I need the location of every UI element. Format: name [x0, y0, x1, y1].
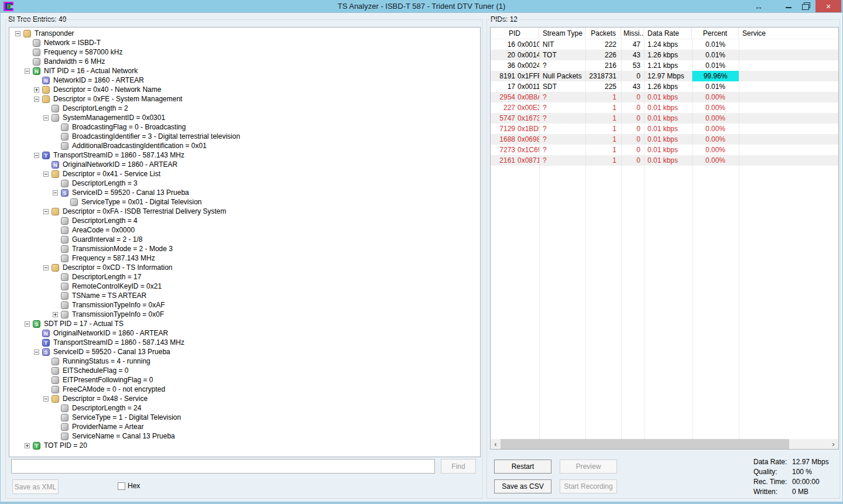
tree-item[interactable]: RunningStatus = 4 - running [9, 356, 480, 366]
tree-toggle-minus-icon[interactable] [15, 31, 20, 36]
tree-item[interactable]: ProviderName = Artear [9, 422, 480, 431]
horizontal-scrollbar[interactable]: ‹ › [491, 439, 838, 449]
column-header-pid[interactable]: PID [491, 28, 539, 39]
restart-button[interactable]: Restart [494, 460, 551, 474]
tree-item[interactable]: TTOT PID = 20 [9, 441, 480, 450]
column-header-service[interactable]: Service [739, 28, 838, 39]
pid-row[interactable]: 72730x1C69?100.01 kbps0.00% [491, 145, 838, 155]
tree-item[interactable]: Network = ISBD-T [9, 38, 480, 47]
tree-item[interactable]: ServiceType = 1 - Digital Television [9, 413, 480, 422]
pid-row[interactable]: 81910x1FFFNull Packets2318731012.97 Mbps… [491, 71, 838, 81]
tree-item[interactable]: NOriginalNetworkID = 1860 - ARTEAR [9, 160, 480, 169]
tree-item[interactable]: SServiceID = 59520 - Canal 13 Prueba [9, 188, 480, 197]
pid-row[interactable]: 71290x1BD9?100.01 kbps0.00% [491, 124, 838, 134]
tree-item[interactable]: Descriptor = 0xFE - System Management [9, 94, 480, 104]
scrollbar-thumb[interactable] [501, 439, 789, 449]
title-bar[interactable]: TS Analyzer - ISBD-T 587 - Trident DTV T… [1, 0, 842, 13]
tree-item[interactable]: Bandwidth = 6 MHz [9, 57, 480, 66]
tree-item[interactable]: NNIT PID = 16 - Actual Network [9, 66, 480, 76]
scrollbar-track[interactable] [501, 439, 828, 449]
tree-toggle-minus-icon[interactable] [43, 265, 49, 270]
tree-item[interactable]: EITPresentFollowingFlag = 0 [9, 375, 480, 385]
tree-item[interactable]: TTransportStreamID = 1860 - 587.143 MHz [9, 150, 480, 160]
tree-toggle-minus-icon[interactable] [25, 68, 30, 74]
pid-table: PID Stream Type Packets Missi... Data Ra… [490, 27, 839, 450]
pid-row[interactable]: 170x0011SDT225431.26 kbps0.01% [491, 81, 838, 92]
tree-item[interactable]: Frequency = 587000 kHz [9, 47, 480, 57]
tree-toggle-minus-icon[interactable] [43, 209, 49, 214]
column-header-percent[interactable]: Percent [692, 28, 739, 39]
pid-row[interactable]: 360x0024?216531.21 kbps0.01% [491, 60, 838, 71]
save-as-csv-button[interactable]: Save as CSV [494, 479, 551, 493]
pid-row[interactable]: 16880x0698?100.01 kbps0.00% [491, 134, 838, 145]
pid-row[interactable]: 160x0010NIT222471.24 kbps0.01% [491, 39, 838, 50]
tree-item[interactable]: TSName = TS ARTEAR [9, 291, 480, 300]
tree-item[interactable]: NNetworkID = 1860 - ARTEAR [9, 76, 480, 85]
tree-item[interactable]: DescriptorLength = 17 [9, 272, 480, 282]
tree-item[interactable]: GuardInterval = 2 - 1/8 [9, 235, 480, 244]
tree-item[interactable]: ServiceType = 0x01 - Digital Television [9, 197, 480, 207]
tree-item[interactable]: TTransportStreamID = 1860 - 587.143 MHz [9, 338, 480, 347]
tree-toggle-minus-icon[interactable] [43, 172, 49, 177]
pid-row[interactable]: 200x0014TOT226431.26 kbps0.01% [491, 50, 838, 60]
tree-item[interactable]: Descriptor = 0xCD - TS Information [9, 263, 480, 272]
tree-node-folder-icon [42, 86, 50, 94]
column-header-missing[interactable]: Missi... [621, 28, 644, 39]
pid-row[interactable]: 21610x0871?100.01 kbps0.00% [491, 155, 838, 166]
tree-toggle-minus-icon[interactable] [43, 396, 49, 402]
tree-item[interactable]: DescriptorLength = 4 [9, 216, 480, 225]
tree-item[interactable]: Frequency = 587.143 MHz [9, 253, 480, 263]
tree-item[interactable]: EITScheduleFlag = 0 [9, 366, 480, 375]
tree-item[interactable]: DescriptorLength = 2 [9, 104, 480, 113]
tree-item[interactable]: Transponder [9, 29, 480, 38]
preview-button[interactable]: Preview [560, 460, 617, 474]
tree-toggle-minus-icon[interactable] [25, 321, 30, 327]
tree-item[interactable]: AreaCode = 0x0000 [9, 225, 480, 235]
resize-arrows-icon[interactable]: ↔ [750, 0, 767, 13]
tree-item[interactable]: Descriptor = 0x41 - Service List [9, 169, 480, 179]
tree-toggle-minus-icon[interactable] [34, 97, 39, 102]
tree-item[interactable]: TransmissionTypeInfo = 0x0F [9, 310, 480, 319]
tree-toggle-minus-icon[interactable] [34, 153, 39, 158]
tree-item[interactable]: Descriptor = 0xFA - ISDB Terrestrial Del… [9, 207, 480, 216]
tree-toggle-minus-icon[interactable] [53, 190, 58, 196]
tree-item[interactable]: FreeCAMode = 0 - not encrypted [9, 385, 480, 394]
find-button[interactable]: Find [441, 459, 476, 474]
minimize-button[interactable] [780, 0, 797, 13]
close-button[interactable]: × [815, 0, 841, 12]
save-as-xml-button[interactable]: Save as XML [12, 479, 59, 494]
start-recording-button[interactable]: Start Recording [560, 479, 617, 493]
tree-toggle-minus-icon[interactable] [43, 115, 49, 121]
column-header-data-rate[interactable]: Data Rate [644, 28, 692, 39]
tree-item[interactable]: SServiceID = 59520 - Canal 13 Prueba [9, 347, 480, 356]
tree-item[interactable]: SSDT PID = 17 - Actual TS [9, 319, 480, 328]
tree-item[interactable]: DescriptorLength = 3 [9, 179, 480, 188]
column-header-stream-type[interactable]: Stream Type [539, 28, 585, 39]
tree-item[interactable]: NOriginalNetworkID = 1860 - ARTEAR [9, 328, 480, 338]
tree-toggle-plus-icon[interactable] [53, 312, 58, 317]
tree-item[interactable]: Descriptor = 0x40 - Network Name [9, 85, 480, 94]
tree-item[interactable]: DescriptorLength = 24 [9, 403, 480, 413]
tree-item[interactable]: ServiceName = Canal 13 Prueba [9, 431, 480, 441]
tree-item[interactable]: SystemManagementID = 0x0301 [9, 113, 480, 122]
hex-checkbox[interactable] [118, 482, 125, 490]
scroll-left-icon[interactable]: ‹ [491, 439, 501, 449]
si-tree[interactable]: TransponderNetwork = ISBD-TFrequency = 5… [9, 27, 481, 457]
tree-item[interactable]: Descriptor = 0x48 - Service [9, 394, 480, 403]
pid-row[interactable]: 2270x00E3?100.01 kbps0.00% [491, 102, 838, 113]
scroll-right-icon[interactable]: › [828, 439, 838, 449]
restore-button[interactable] [797, 0, 813, 13]
tree-item[interactable]: RemoteControlKeyID = 0x21 [9, 282, 480, 291]
tree-toggle-plus-icon[interactable] [25, 443, 30, 448]
tree-item[interactable]: AdditionalBroadcastingIdentification = 0… [9, 141, 480, 150]
tree-toggle-plus-icon[interactable] [34, 87, 39, 92]
tree-toggle-minus-icon[interactable] [34, 349, 39, 355]
tree-item[interactable]: TransmissionTypeInfo = 0xAF [9, 300, 480, 310]
find-input[interactable] [11, 459, 435, 474]
tree-item[interactable]: TransmissionMode = 2 - Mode 3 [9, 244, 480, 253]
pid-row[interactable]: 29540x0B8A?100.01 kbps0.00% [491, 92, 838, 102]
pid-row[interactable]: 57470x1673?100.01 kbps0.00% [491, 113, 838, 124]
tree-item[interactable]: BroadcastingFlag = 0 - Broadcasting [9, 122, 480, 132]
tree-item[interactable]: BroadcastingIdentifier = 3 - Digital ter… [9, 132, 480, 141]
column-header-packets[interactable]: Packets [585, 28, 621, 39]
